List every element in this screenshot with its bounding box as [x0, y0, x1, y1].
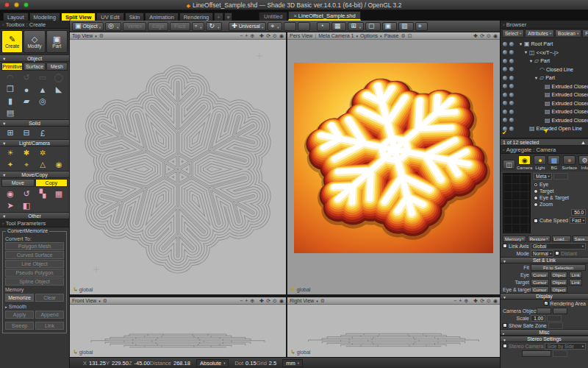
section-misc[interactable]: ▸Misc	[501, 329, 588, 336]
visibility-toggle-icon[interactable]	[503, 59, 507, 63]
tree-item-label[interactable]: Extruded Closed	[552, 109, 588, 114]
primitive-tool-icon[interactable]: ↺	[18, 72, 35, 83]
light-camera-tool-icon[interactable]	[51, 147, 67, 158]
smooth-button[interactable]: Sweep	[5, 322, 34, 330]
memory-button[interactable]: Clear	[35, 294, 64, 302]
toolbar-button[interactable]: ▫ ▾	[192, 22, 204, 31]
tree-item[interactable]: ▤ Extruded Closed	[501, 91, 588, 99]
tree-item[interactable]: ▤ Extruded Closed	[501, 82, 588, 91]
toolbox-mode-button[interactable]: ✎ Create	[1, 30, 23, 53]
eye-cursor-button[interactable]: Cursor	[531, 272, 549, 278]
toolbar-button[interactable]: ▣ Object▾	[72, 22, 104, 31]
safe-zone-value[interactable]	[548, 322, 563, 329]
toolbox-mode-button[interactable]: ◇ Modify	[24, 30, 45, 53]
section-set-link[interactable]: ▼Set & Link	[501, 257, 588, 263]
move-copy-tool-icon[interactable]: ↺	[18, 188, 35, 199]
object-type-tab[interactable]: Surface	[24, 63, 45, 71]
coordinate-mode-dropdown[interactable]: Absolute▾	[196, 359, 229, 367]
eye-object-button[interactable]: Object	[551, 272, 568, 278]
browser-tab[interactable]: Select▾	[502, 29, 524, 38]
move-copy-tool-icon[interactable]: ▚	[35, 188, 51, 199]
toolbar-button[interactable]: ◌	[284, 22, 296, 31]
section-stereo[interactable]: ▼Stereo Settings	[501, 336, 588, 342]
stereo-mode-dropdown[interactable]: Side by Side▾	[545, 343, 586, 350]
toolbar-button[interactable]: ◎ ▾	[105, 22, 121, 31]
render-toggle-icon[interactable]	[509, 67, 514, 71]
camera-move-radio[interactable]	[534, 196, 538, 200]
convert-button[interactable]: Polygon Mesh	[5, 242, 64, 250]
visibility-toggle-icon[interactable]	[503, 110, 507, 114]
smooth-button[interactable]: Apply	[5, 311, 34, 319]
tree-item-label[interactable]: <<x/T~-|>	[537, 50, 559, 55]
viewport-settings-icon[interactable]: ⚙	[99, 33, 104, 39]
viewport-nav-control-icon[interactable]: ⟳	[266, 297, 270, 305]
move-copy-tool-icon[interactable]: ➤	[2, 200, 18, 211]
document-tab[interactable]: Untitled	[259, 12, 287, 21]
section-solid[interactable]: ▼Solid	[0, 119, 69, 127]
tree-item[interactable]: ▤ Extruded Closed	[501, 116, 588, 125]
convert-button[interactable]: Spline Object	[5, 277, 64, 286]
viewport-nav-control-icon[interactable]: ◉	[493, 32, 498, 40]
stereo-extra-value[interactable]	[553, 350, 567, 357]
aggregate-tab[interactable]: ● Surface	[562, 155, 577, 170]
toolbar-button[interactable]: ◔	[317, 22, 329, 31]
rendering-area-checkbox[interactable]: ✓	[544, 301, 548, 305]
scale-extra-box[interactable]	[547, 315, 562, 322]
render-toggle-icon[interactable]	[509, 93, 514, 97]
smooth-button[interactable]: Link	[35, 322, 64, 330]
toolbar-button[interactable]: ⊞ ▾	[348, 22, 364, 31]
link-axis-checkbox[interactable]	[503, 244, 507, 248]
viewport-nav-control-icon[interactable]: ⟳	[266, 32, 270, 40]
primitive-tool-icon[interactable]: ▮	[2, 96, 18, 107]
expander-icon[interactable]: ▼	[528, 59, 534, 63]
mode-dropdown[interactable]: Normal▾	[531, 250, 553, 257]
camera-memory-button[interactable]: Save...	[573, 236, 588, 242]
convert-button[interactable]: Line Object	[5, 260, 64, 268]
section-light-camera[interactable]: ▼Light/Camera	[0, 139, 69, 146]
section-other[interactable]: ▼Other	[0, 212, 69, 219]
viewport-zoom-control-icon[interactable]: ⊕	[250, 297, 254, 305]
primitive-tool-icon[interactable]: ◠	[2, 72, 18, 83]
primitive-tool-icon[interactable]: ▰	[18, 96, 35, 107]
viewport-nav-control-icon[interactable]: ⊙	[487, 32, 491, 40]
target-link-button[interactable]: Link	[569, 279, 581, 286]
safe-zone-checkbox[interactable]	[503, 323, 507, 328]
primitive-tool-icon[interactable]: ◎	[35, 96, 51, 107]
render-toggle-icon[interactable]	[509, 76, 514, 80]
options-menu[interactable]: Options	[360, 33, 378, 38]
tree-item-label[interactable]: Part	[540, 58, 550, 63]
visibility-toggle-icon[interactable]	[503, 67, 507, 71]
move-copy-tool-icon[interactable]: ◧	[18, 200, 35, 211]
viewport-nav-control-icon[interactable]: ⊙	[273, 32, 277, 40]
camera-memory-button[interactable]: Memory▾	[503, 236, 526, 242]
camera-move-radio[interactable]	[534, 183, 538, 187]
render-toggle-icon[interactable]	[509, 127, 514, 131]
visibility-toggle-icon[interactable]	[503, 84, 507, 88]
eyetarget-cursor-button[interactable]: Cursor	[531, 286, 549, 293]
viewport-nav-control-icon[interactable]: ⟳	[480, 32, 484, 40]
section-display[interactable]: ▼Display	[501, 293, 588, 300]
visibility-toggle-icon[interactable]	[503, 93, 507, 97]
render-toggle-icon[interactable]	[509, 118, 514, 122]
light-camera-tool-icon[interactable]: ✲	[35, 147, 51, 158]
viewport-nav-control-icon[interactable]: ◉	[279, 297, 284, 305]
unit-dropdown[interactable]: mm▾	[282, 359, 303, 367]
render-toggle-icon[interactable]	[509, 101, 514, 105]
tree-item[interactable]: ▼ ▱ Part	[501, 57, 588, 66]
viewport-zoom-control-icon[interactable]: −	[240, 32, 243, 40]
browser-tab[interactable]: Attributes▾	[525, 29, 554, 38]
tree-item[interactable]: ▤ Extruded Closed	[501, 99, 588, 108]
stereo-camera-checkbox[interactable]	[503, 344, 507, 348]
memory-button[interactable]: Memorize	[5, 294, 34, 302]
viewport-pers[interactable]: Pers View | Meta Camera 1 ▾ Options ▾ Pa…	[287, 32, 500, 294]
render-toggle-icon[interactable]	[509, 84, 514, 88]
viewport-top[interactable]: Top View ▾ ⚙ −+⊕ ✚⟳⊙◉ ↳global	[70, 32, 286, 294]
distant-checkbox[interactable]	[555, 251, 559, 255]
viewport-zoom-control-icon[interactable]: −	[453, 297, 456, 305]
viewport-zoom-control-icon[interactable]: ⊕	[464, 297, 468, 305]
toolbar-button[interactable]: Face	[170, 22, 190, 31]
camera-object-option-button[interactable]	[537, 308, 551, 314]
camera-selector[interactable]: Meta Camera 1	[318, 33, 354, 38]
toolbar-button[interactable]: ✚ Universal▾	[229, 22, 266, 31]
toolbar-button[interactable]: Edge	[148, 22, 168, 31]
